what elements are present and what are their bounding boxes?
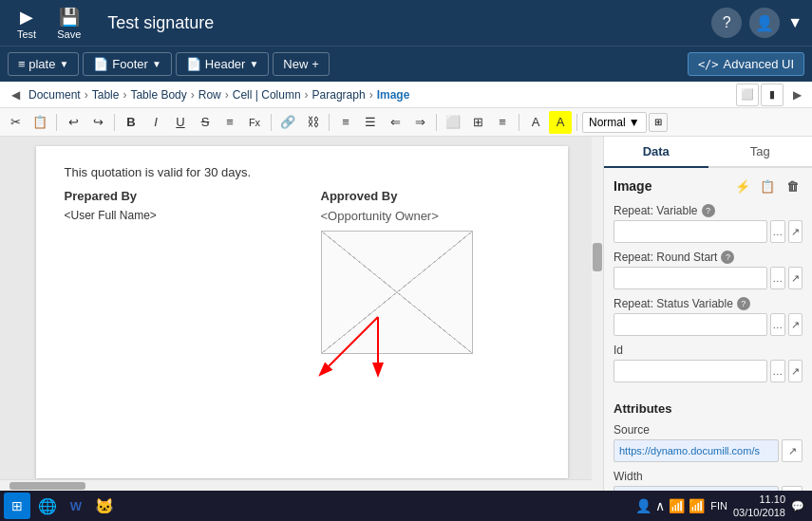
indent-right-btn[interactable]: ⇒: [408, 111, 431, 134]
breadcrumb-row[interactable]: Row: [198, 88, 221, 102]
breadcrumb-tablebody[interactable]: Table Body: [130, 88, 186, 102]
breadcrumb-document[interactable]: Document: [28, 88, 81, 102]
new-button[interactable]: New +: [273, 52, 330, 76]
repeat-status-link-btn[interactable]: ↗: [788, 313, 803, 336]
unlink-btn[interactable]: ⛓: [301, 111, 324, 134]
breadcrumb-paragraph[interactable]: Paragraph: [312, 88, 366, 102]
breadcrumb-image[interactable]: Image: [377, 88, 410, 102]
expand-view-btn-1[interactable]: ⬜: [736, 84, 759, 106]
scroll-thumb[interactable]: [593, 243, 602, 271]
tab-data[interactable]: Data: [604, 137, 708, 168]
table-btn[interactable]: ⊞: [466, 111, 489, 134]
document-page: This quotation is valid for 30 days. Pre…: [36, 146, 568, 478]
save-button[interactable]: 💾 Save: [49, 5, 88, 42]
panel-delete-btn[interactable]: 🗑: [782, 176, 803, 196]
align-btn[interactable]: ≡: [491, 111, 514, 134]
repeat-status-more-btn[interactable]: …: [770, 313, 785, 336]
taskbar-time: 11.10: [733, 493, 785, 506]
id-link-btn[interactable]: ↗: [788, 360, 803, 382]
fmt-sep-7: [576, 114, 577, 131]
taskbar-app-other[interactable]: 🐱: [91, 493, 118, 519]
breadcrumb-cell[interactable]: Cell | Column: [233, 88, 301, 102]
taskbar-app-edge[interactable]: 🌐: [34, 493, 61, 519]
id-more-btn[interactable]: …: [770, 360, 785, 382]
panel-actions: ⚡ 📋 🗑: [732, 176, 803, 196]
play-icon: ▶: [20, 7, 33, 28]
breadcrumb-more[interactable]: ▶: [785, 84, 808, 106]
footer-button[interactable]: 📄 Footer ▼: [83, 52, 171, 76]
user-avatar[interactable]: 👤: [749, 8, 780, 38]
new-label: New: [283, 57, 308, 71]
source-link-btn[interactable]: ↗: [782, 439, 803, 462]
breadcrumb-back[interactable]: ◀: [4, 84, 27, 106]
advanced-ui-button[interactable]: </> Advanced UI: [688, 52, 804, 76]
repeat-variable-link-btn[interactable]: ↗: [788, 220, 803, 243]
image-btn[interactable]: ⬜: [442, 111, 464, 134]
expand-view-btn-2[interactable]: ▮: [761, 84, 784, 106]
h-scroll-thumb[interactable]: [9, 482, 85, 490]
highlight-btn[interactable]: A: [549, 111, 572, 134]
help-repeat-round[interactable]: ?: [721, 251, 734, 264]
field-repeat-status: Repeat: Status Variable ? … ↗: [604, 293, 812, 340]
field-repeat-status-label: Repeat: Status Variable ?: [614, 297, 803, 310]
prepared-by-col: Prepared By <User Full Name>: [65, 189, 283, 354]
vertical-scrollbar[interactable]: [592, 137, 603, 491]
header-icon: 📄: [186, 57, 201, 71]
test-button[interactable]: ▶ Test: [9, 5, 44, 42]
redo-btn[interactable]: ↪: [86, 111, 109, 134]
prepared-by-label: Prepared By: [65, 189, 283, 203]
copy-btn[interactable]: 📋: [28, 111, 51, 134]
indent-left-btn[interactable]: ⇐: [384, 111, 406, 134]
repeat-status-input[interactable]: [614, 313, 767, 336]
field-repeat-variable-label: Repeat: Variable ?: [614, 204, 803, 217]
formula-btn[interactable]: Fx: [243, 111, 266, 134]
bold-btn[interactable]: B: [120, 111, 142, 134]
italic-btn[interactable]: I: [144, 111, 167, 134]
repeat-round-link-btn[interactable]: ↗: [788, 267, 803, 289]
cut-btn[interactable]: ✂: [4, 111, 27, 134]
horizontal-scrollbar[interactable]: [0, 479, 592, 491]
source-input[interactable]: [614, 439, 779, 462]
repeat-round-input[interactable]: [614, 267, 767, 289]
user-dropdown-arrow[interactable]: ▼: [787, 14, 803, 31]
notification-icon[interactable]: 💬: [791, 500, 804, 512]
clear-format-btn[interactable]: ≡: [218, 111, 241, 134]
taskbar-app-word[interactable]: W: [63, 493, 89, 519]
help-button[interactable]: ?: [711, 8, 742, 38]
right-panel: Data Tag Image ⚡ 📋 🗑 Repeat: Variable ? …: [603, 137, 812, 491]
font-color-btn[interactable]: A: [524, 111, 547, 134]
taskbar-language: FIN: [710, 500, 727, 512]
fmt-sep-1: [56, 114, 57, 131]
header-button[interactable]: 📄 Header ▼: [176, 52, 270, 76]
footer-arrow: ▼: [152, 59, 161, 69]
strikethrough-btn[interactable]: S: [194, 111, 217, 134]
underline-btn[interactable]: U: [169, 111, 192, 134]
id-input[interactable]: [614, 360, 767, 382]
system-icons: 👤 ∧ 📶 📶: [635, 498, 705, 513]
breadcrumb-sep-4: ›: [223, 88, 231, 102]
template-button[interactable]: ≡ plate ▼: [8, 52, 79, 76]
repeat-variable-more-btn[interactable]: …: [770, 220, 785, 243]
tab-tag[interactable]: Tag: [708, 137, 813, 168]
field-repeat-round-label: Repeat: Round Start ?: [614, 251, 803, 264]
title-bar-right: ? 👤 ▼: [711, 8, 803, 38]
help-repeat-status[interactable]: ?: [737, 297, 750, 310]
page-title: Test signature: [98, 13, 702, 33]
help-repeat-variable[interactable]: ?: [702, 204, 715, 217]
start-button[interactable]: ⊞: [4, 493, 30, 519]
undo-btn[interactable]: ↩: [62, 111, 85, 134]
link-btn[interactable]: 🔗: [276, 111, 299, 134]
list-ordered-btn[interactable]: ≡: [334, 111, 357, 134]
footer-icon: 📄: [93, 57, 108, 71]
list-unordered-btn[interactable]: ☰: [359, 111, 382, 134]
panel-copy-btn[interactable]: 📋: [757, 176, 778, 196]
style-icon-btn[interactable]: ⊞: [649, 113, 668, 132]
repeat-round-more-btn[interactable]: …: [770, 267, 785, 289]
breadcrumb-sep-5: ›: [303, 88, 311, 102]
document-area[interactable]: This quotation is valid for 30 days. Pre…: [0, 137, 603, 491]
breadcrumb-table[interactable]: Table: [92, 88, 120, 102]
taskbar-time-block: 11.10 03/10/2018: [733, 493, 785, 520]
panel-share-btn[interactable]: ⚡: [732, 176, 753, 196]
repeat-variable-input[interactable]: [614, 220, 767, 243]
style-selector[interactable]: Normal ▼: [582, 112, 647, 133]
